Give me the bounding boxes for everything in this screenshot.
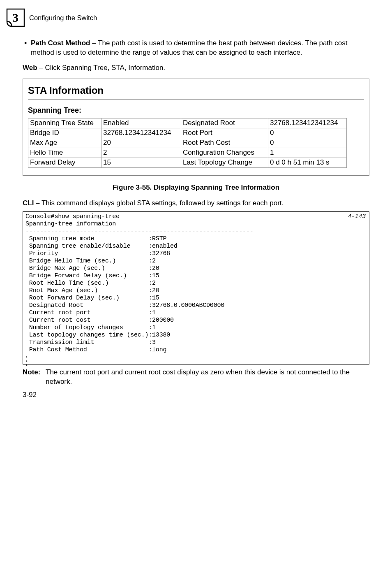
table-row: Hello Time 2 Configuration Changes 1 [28, 148, 347, 158]
chapter-number: 3 [12, 9, 18, 26]
cell: 0 [268, 138, 347, 148]
cell: Designated Root [181, 118, 268, 128]
cell: 1 [268, 148, 347, 158]
note-text: The current root port and current root c… [46, 368, 369, 387]
running-header: 3 Configuring the Switch [6, 8, 369, 27]
table-row: Forward Delay 15 Last Topology Change 0 … [28, 158, 347, 167]
cell: Last Topology Change [181, 158, 268, 167]
sta-tbody: Spanning Tree State Enabled Designated R… [28, 118, 347, 167]
cell: 32768.123412341234 [101, 128, 181, 138]
sta-information-panel: STA Information Spanning Tree: Spanning … [23, 79, 369, 176]
bullet-term: Path Cost Method [31, 39, 90, 47]
cell: 0 [268, 128, 347, 138]
cell: Enabled [101, 118, 181, 128]
cli-output-box: 4-143 Console#show spanning-tree Spannin… [23, 211, 369, 364]
cell: 0 d 0 h 51 min 13 s [268, 158, 347, 167]
note: Note: The current root port and current … [23, 368, 369, 387]
cell: 32768.123412341234 [268, 118, 347, 128]
cli-label: CLI [23, 199, 34, 207]
sta-table: Spanning Tree State Enabled Designated R… [28, 118, 347, 168]
sta-divider [28, 99, 364, 100]
cell: Bridge ID [28, 128, 101, 138]
table-row: Max Age 20 Root Path Cost 0 [28, 138, 347, 148]
cell: Max Age [28, 138, 101, 148]
cli-text: – This command displays global STA setti… [34, 199, 284, 207]
sta-title: STA Information [28, 84, 365, 97]
bullet-dot: • [24, 39, 31, 58]
bullet-text: Path Cost Method – The path cost is used… [31, 39, 369, 58]
chapter-title: Configuring the Switch [29, 13, 97, 22]
cell: Spanning Tree State [28, 118, 101, 128]
figure-caption: Figure 3-55. Displaying Spanning Tree In… [23, 183, 369, 193]
cell: Configuration Changes [181, 148, 268, 158]
web-label: Web [23, 64, 37, 72]
cli-page-ref: 4-143 [348, 213, 366, 221]
cell: Forward Delay [28, 158, 101, 167]
chapter-badge: 3 [6, 8, 25, 27]
cell: 2 [101, 148, 181, 158]
cell: 20 [101, 138, 181, 148]
note-label: Note: [23, 368, 46, 387]
cell: Hello Time [28, 148, 101, 158]
cell: Root Port [181, 128, 268, 138]
web-instruction: Web – Click Spanning Tree, STA, Informat… [23, 63, 369, 73]
table-row: Bridge ID 32768.123412341234 Root Port 0 [28, 128, 347, 138]
sta-subtitle: Spanning Tree: [28, 105, 365, 115]
cell: Root Path Cost [181, 138, 268, 148]
table-row: Spanning Tree State Enabled Designated R… [28, 118, 347, 128]
page-number: 3-92 [23, 390, 37, 399]
cell: 15 [101, 158, 181, 167]
web-text: – Click Spanning Tree, STA, Information. [37, 64, 166, 72]
cli-output: Console#show spanning-tree Spanning-tree… [25, 213, 367, 354]
bullet-item: • Path Cost Method – The path cost is us… [24, 39, 369, 58]
cli-instruction: CLI – This command displays global STA s… [23, 199, 369, 208]
